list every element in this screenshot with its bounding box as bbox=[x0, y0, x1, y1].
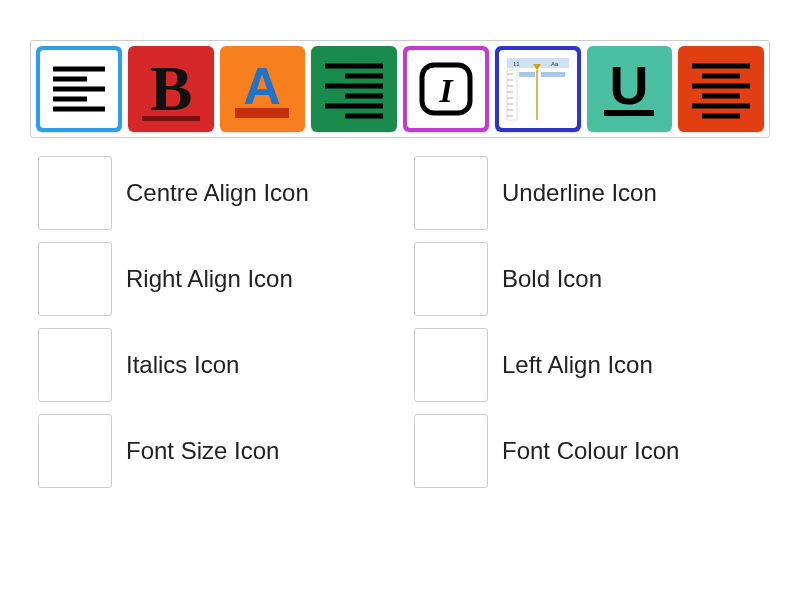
bold-tile[interactable]: B bbox=[128, 46, 214, 132]
answer-row: Right Align Icon bbox=[38, 242, 394, 316]
svg-text:B: B bbox=[149, 53, 192, 124]
font-colour-icon: A bbox=[223, 50, 301, 128]
svg-rect-21 bbox=[507, 70, 517, 120]
answer-row: Underline Icon bbox=[414, 156, 770, 230]
svg-rect-33 bbox=[541, 72, 565, 77]
answer-row: Font Colour Icon bbox=[414, 414, 770, 488]
drop-slot-underline[interactable] bbox=[414, 156, 488, 230]
font-colour-tile[interactable]: A bbox=[220, 46, 306, 132]
drop-slot-italics[interactable] bbox=[38, 328, 112, 402]
answer-row: Font Size Icon bbox=[38, 414, 394, 488]
svg-text:I: I bbox=[438, 72, 454, 109]
answer-row: Bold Icon bbox=[414, 242, 770, 316]
svg-rect-35 bbox=[604, 110, 654, 116]
left-align-icon bbox=[47, 57, 111, 121]
answers-grid: Centre Align Icon Underline Icon Right A… bbox=[30, 156, 770, 488]
icon-tray: B A I bbox=[30, 40, 770, 138]
underline-icon: U bbox=[590, 50, 668, 128]
drop-slot-right-align[interactable] bbox=[38, 242, 112, 316]
answer-row: Left Align Icon bbox=[414, 328, 770, 402]
underline-tile[interactable]: U bbox=[587, 46, 673, 132]
answer-label: Italics Icon bbox=[126, 351, 239, 379]
answer-label: Bold Icon bbox=[502, 265, 602, 293]
drop-slot-font-size[interactable] bbox=[38, 414, 112, 488]
bold-icon: B bbox=[132, 50, 210, 128]
answer-label: Centre Align Icon bbox=[126, 179, 309, 207]
centre-align-icon bbox=[682, 50, 760, 128]
drop-slot-font-colour[interactable] bbox=[414, 414, 488, 488]
svg-rect-8 bbox=[235, 108, 289, 118]
font-size-tile[interactable]: 11 Aa bbox=[495, 46, 581, 132]
svg-text:A: A bbox=[244, 57, 282, 115]
answer-row: Centre Align Icon bbox=[38, 156, 394, 230]
svg-rect-32 bbox=[519, 72, 535, 77]
drop-slot-left-align[interactable] bbox=[414, 328, 488, 402]
drop-slot-centre-align[interactable] bbox=[38, 156, 112, 230]
right-align-tile[interactable] bbox=[311, 46, 397, 132]
answer-label: Right Align Icon bbox=[126, 265, 293, 293]
right-align-icon bbox=[315, 50, 393, 128]
left-align-tile[interactable] bbox=[36, 46, 122, 132]
italics-tile[interactable]: I bbox=[403, 46, 489, 132]
answer-label: Underline Icon bbox=[502, 179, 657, 207]
svg-text:11: 11 bbox=[513, 61, 520, 67]
font-size-icon: 11 Aa bbox=[503, 54, 573, 124]
answer-row: Italics Icon bbox=[38, 328, 394, 402]
svg-text:U: U bbox=[610, 55, 649, 115]
italics-icon: I bbox=[414, 57, 478, 121]
centre-align-tile[interactable] bbox=[678, 46, 764, 132]
answer-label: Font Colour Icon bbox=[502, 437, 679, 465]
svg-rect-6 bbox=[142, 116, 200, 121]
answer-label: Font Size Icon bbox=[126, 437, 279, 465]
svg-text:Aa: Aa bbox=[551, 61, 559, 67]
drop-slot-bold[interactable] bbox=[414, 242, 488, 316]
answer-label: Left Align Icon bbox=[502, 351, 653, 379]
